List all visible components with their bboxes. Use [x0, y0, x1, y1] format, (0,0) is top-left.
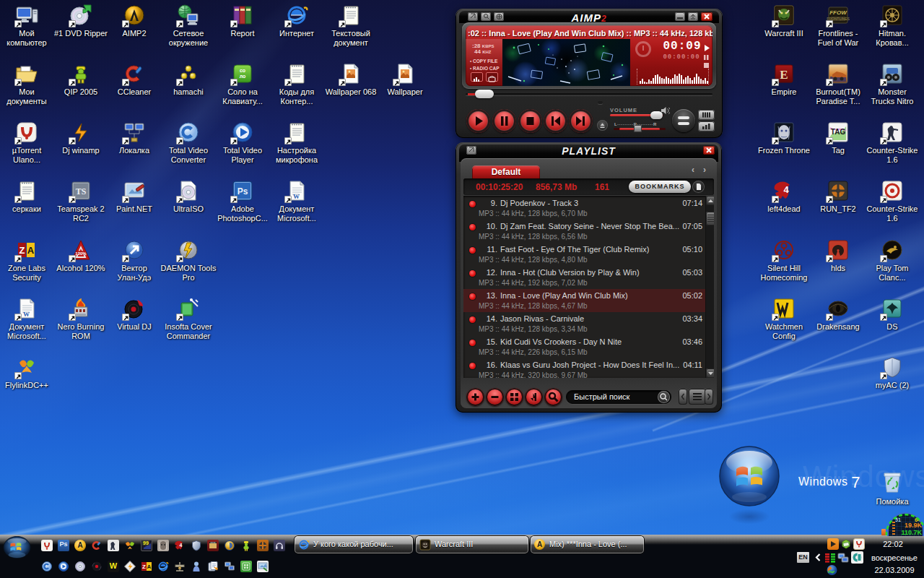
svg-text:E: E	[780, 68, 788, 82]
svg-text:120%: 120%	[75, 251, 87, 256]
svg-text:FFOW: FFOW	[829, 9, 847, 16]
svg-text:W: W	[293, 193, 300, 200]
svg-text:W: W	[23, 311, 30, 318]
svg-text:со: со	[240, 68, 245, 73]
svg-text:Ps: Ps	[237, 186, 248, 197]
svg-text:ло: ло	[240, 74, 246, 79]
svg-text:TAG: TAG	[831, 128, 846, 136]
svg-text:Z: Z	[142, 564, 146, 570]
svg-text:4: 4	[180, 543, 183, 548]
svg-text:A: A	[147, 564, 152, 570]
svg-text:4: 4	[783, 184, 789, 195]
svg-text:TS: TS	[76, 186, 87, 197]
svg-text:Z: Z	[19, 245, 25, 256]
svg-text:A: A	[27, 245, 35, 256]
